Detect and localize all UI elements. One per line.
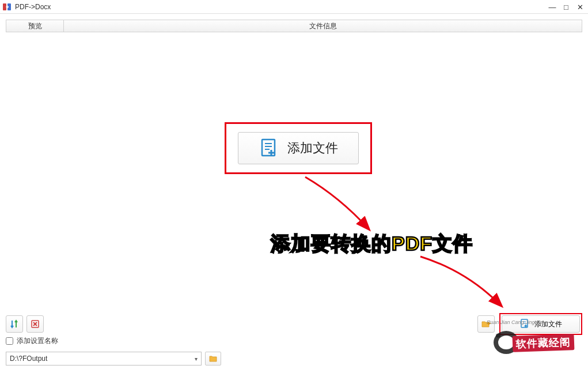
browse-folder-button[interactable] — [205, 352, 221, 366]
close-button[interactable]: ✕ — [575, 3, 585, 12]
window-title: PDF->Docx — [15, 3, 51, 11]
tabs-row: 预览 文件信息 — [6, 20, 582, 32]
folder-export-button[interactable] — [477, 315, 495, 333]
tab-fileinfo[interactable]: 文件信息 — [64, 20, 582, 32]
app-icon — [2, 2, 12, 12]
titlebar: PDF->Docx — □ ✕ — [0, 0, 588, 14]
main-area: 添加文件 添加要转换的PDF文件 — [6, 32, 582, 311]
remove-icon — [30, 319, 40, 329]
sort-button[interactable] — [6, 315, 23, 333]
add-file-button[interactable]: 添加文件 — [238, 132, 359, 164]
add-setting-name-label[interactable]: 添加设置名称 — [17, 336, 58, 346]
add-file-label: 添加文件 — [287, 140, 338, 157]
add-setting-name-checkbox[interactable] — [6, 337, 13, 345]
annotation-text: 添加要转换的PDF文件 — [271, 231, 473, 257]
output-path-dropdown[interactable]: D:\?FOutput — [6, 352, 202, 366]
output-row: D:\?FOutput — [6, 350, 582, 367]
options-row: 添加设置名称 — [6, 334, 582, 348]
add-file-small-label: 添加文件 — [534, 319, 562, 329]
tab-preview[interactable]: 预览 — [6, 20, 64, 32]
remove-button[interactable] — [26, 315, 44, 333]
folder-export-icon — [481, 319, 491, 329]
minimize-button[interactable]: — — [548, 3, 557, 12]
window-controls: — □ ✕ — [548, 0, 585, 14]
annotation-arrow-1 — [299, 174, 386, 238]
bottom-toolbar: 添加文件 — [6, 311, 582, 334]
document-add-small-icon — [519, 318, 530, 330]
output-path-value: D:\?FOutput — [10, 355, 47, 363]
add-file-highlight-box: 添加文件 — [225, 122, 372, 174]
right-toolbar: 添加文件 — [477, 313, 582, 335]
document-add-icon — [259, 137, 279, 160]
maximize-button[interactable]: □ — [562, 3, 571, 12]
folder-icon — [208, 354, 218, 363]
content-area: 预览 文件信息 添加文件 — [0, 14, 588, 373]
add-file-small-button[interactable]: 添加文件 — [502, 315, 580, 333]
annotation-arrow-2 — [409, 254, 513, 311]
add-file-small-highlight: 添加文件 — [499, 313, 582, 335]
sort-icon — [9, 319, 20, 329]
